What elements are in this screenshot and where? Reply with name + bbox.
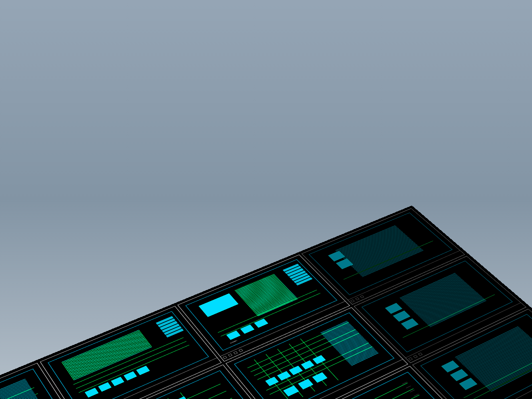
viewport-3d[interactable]: SCHEMATIC SCHEMATIC (0, 0, 532, 399)
sheet-label: SCHEMATIC (230, 340, 238, 344)
sheet-grid: SCHEMATIC SCHEMATIC (0, 208, 532, 399)
cad-drawing-plane: SCHEMATIC SCHEMATIC (0, 206, 532, 399)
